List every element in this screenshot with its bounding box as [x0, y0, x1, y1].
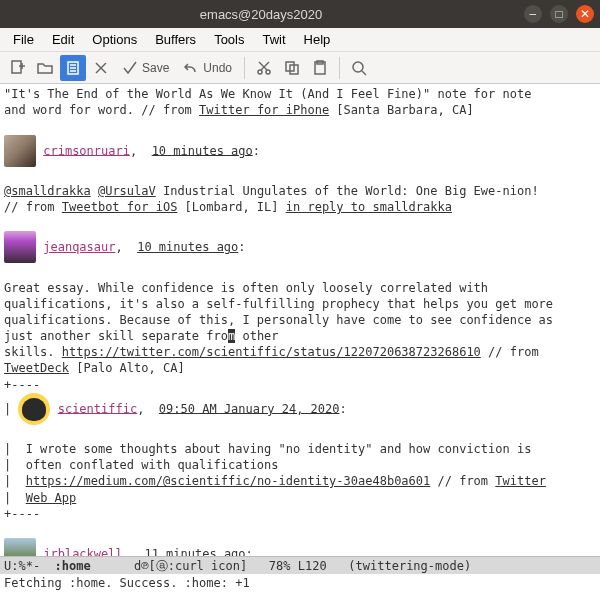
username-link[interactable]: scientiffic	[58, 401, 137, 415]
kill-buffer-button[interactable]	[88, 55, 114, 81]
toolbar-separator	[244, 57, 245, 79]
timestamp-link[interactable]: 10 minutes ago	[137, 240, 238, 254]
avatar	[4, 231, 36, 263]
save-label: Save	[142, 61, 169, 75]
thread-marker: +----	[4, 377, 596, 393]
tweet-fragment-line: and word for word. // from Twitter for i…	[4, 102, 596, 118]
page-icon	[65, 60, 81, 76]
username-link[interactable]: crimsonruari	[43, 143, 130, 157]
window-titlebar: emacs@20days2020 ‒ □ ✕	[0, 0, 600, 28]
new-file-icon	[9, 60, 25, 76]
tweet-body: qualifications. Because of this, I perso…	[4, 312, 596, 328]
dired-button[interactable]	[60, 55, 86, 81]
menu-help[interactable]: Help	[295, 32, 340, 47]
buffer-content[interactable]: "It's The End of the World As We Know It…	[0, 84, 600, 556]
undo-icon	[183, 60, 199, 76]
menu-buffers[interactable]: Buffers	[146, 32, 205, 47]
tweet-fragment-line: "It's The End of the World As We Know It…	[4, 86, 596, 102]
close-icon	[93, 60, 109, 76]
tweet-header: jeanqasaur, 10 minutes ago:	[4, 231, 596, 263]
cut-icon	[256, 60, 272, 76]
source-link[interactable]: Twitter for iPhone	[199, 103, 329, 117]
tweet-body: | Web App	[4, 490, 596, 506]
window-title: emacs@20days2020	[6, 7, 516, 22]
source-link[interactable]: Tweetbot for iOS	[62, 200, 178, 214]
new-file-button[interactable]	[4, 55, 30, 81]
open-file-button[interactable]	[32, 55, 58, 81]
copy-icon	[284, 60, 300, 76]
tweet-header: crimsonruari, 10 minutes ago:	[4, 135, 596, 167]
tweet-meta: TweetDeck [Palo Alto, CA]	[4, 360, 596, 376]
mention-link[interactable]: @smalldrakka	[4, 184, 91, 198]
url-link[interactable]: https://twitter.com/scientiffic/status/1…	[62, 345, 481, 359]
svg-point-17	[353, 62, 363, 72]
timestamp-link[interactable]: 10 minutes ago	[152, 143, 253, 157]
toolbar: Save Undo	[0, 52, 600, 84]
username-link[interactable]: jeanqasaur	[43, 240, 115, 254]
tweet-body: @smalldrakka @UrsulaV Industrial Ungulat…	[4, 183, 596, 199]
menu-options[interactable]: Options	[83, 32, 146, 47]
undo-button[interactable]: Undo	[177, 55, 238, 81]
reply-link[interactable]: in reply to smalldrakka	[286, 200, 452, 214]
tweet-body: skills. https://twitter.com/scientiffic/…	[4, 344, 596, 360]
source-link[interactable]: Web App	[26, 491, 77, 505]
undo-label: Undo	[203, 61, 232, 75]
username-link[interactable]: jrblackwell	[43, 547, 122, 556]
tweet-body: | https://medium.com/@scientiffic/no-ide…	[4, 473, 596, 489]
window-close-button[interactable]: ✕	[576, 5, 594, 23]
mode-line[interactable]: U:%*- :home d℗[ⓐ:curl icon] 78% L120 (tw…	[0, 556, 600, 574]
tweet-body: qualifications, it's also a self-fulfill…	[4, 296, 596, 312]
paste-button[interactable]	[307, 55, 333, 81]
tweet-body: | I wrote some thoughts about having "no…	[4, 441, 596, 457]
search-button[interactable]	[346, 55, 372, 81]
save-button[interactable]: Save	[116, 55, 175, 81]
buffer-name: :home	[55, 559, 91, 573]
tweet-body: just another skill separate from other	[4, 328, 596, 344]
copy-button[interactable]	[279, 55, 305, 81]
window-minimize-button[interactable]: ‒	[524, 5, 542, 23]
tweet-meta: // from Tweetbot for iOS [Lombard, IL] i…	[4, 199, 596, 215]
url-link[interactable]: https://medium.com/@scientiffic/no-ident…	[26, 474, 431, 488]
tweet-header: jrblackwell, 11 minutes ago:	[4, 538, 596, 556]
cut-button[interactable]	[251, 55, 277, 81]
search-icon	[351, 60, 367, 76]
menu-edit[interactable]: Edit	[43, 32, 83, 47]
source-link[interactable]: TweetDeck	[4, 361, 69, 375]
menu-file[interactable]: File	[4, 32, 43, 47]
folder-icon	[37, 60, 53, 76]
avatar	[4, 538, 36, 556]
timestamp-link[interactable]: 09:50 AM January 24, 2020	[159, 401, 340, 415]
svg-point-9	[258, 70, 262, 74]
thread-marker: +----	[4, 506, 596, 522]
tweet-body: | often conflated with qualifications	[4, 457, 596, 473]
echo-area: Fetching :home. Success. :home: +1	[0, 574, 600, 592]
menu-tools[interactable]: Tools	[205, 32, 253, 47]
timestamp-link[interactable]: 11 minutes ago	[144, 547, 245, 556]
mention-link[interactable]: @UrsulaV	[98, 184, 156, 198]
menu-bar: File Edit Options Buffers Tools Twit Hel…	[0, 28, 600, 52]
avatar	[18, 393, 50, 425]
svg-rect-0	[12, 61, 21, 73]
window-maximize-button[interactable]: □	[550, 5, 568, 23]
svg-point-10	[266, 70, 270, 74]
toolbar-separator-2	[339, 57, 340, 79]
menu-twit[interactable]: Twit	[253, 32, 294, 47]
paste-icon	[312, 60, 328, 76]
source-link[interactable]: Twitter	[495, 474, 546, 488]
avatar	[4, 135, 36, 167]
tweet-body: Great essay. While confidence is often o…	[4, 280, 596, 296]
save-icon	[122, 60, 138, 76]
tweet-header: | scientiffic, 09:50 AM January 24, 2020…	[4, 393, 596, 425]
svg-line-18	[362, 71, 366, 75]
